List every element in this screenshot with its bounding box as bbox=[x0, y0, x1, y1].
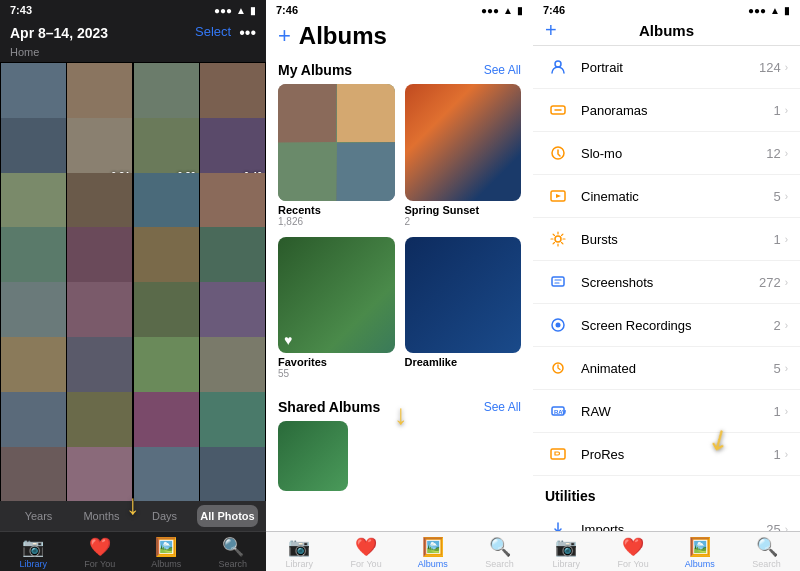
detail-item-raw[interactable]: RAW RAW 1 › bbox=[533, 390, 800, 433]
tab-for-you[interactable]: ❤️ For You bbox=[333, 536, 400, 569]
tab-for-you[interactable]: ❤️ For You bbox=[67, 536, 134, 569]
album-dreamlike-name: Dreamlike bbox=[405, 356, 522, 368]
shared-see-all[interactable]: See All bbox=[484, 400, 521, 414]
tab-albums[interactable]: 🖼️ Albums bbox=[133, 536, 200, 569]
detail-time: 7:46 bbox=[543, 4, 565, 16]
photo-cell[interactable] bbox=[1, 447, 66, 501]
albums-tab-label: Albums bbox=[418, 559, 448, 569]
detail-item-animated[interactable]: Animated 5 › bbox=[533, 347, 800, 390]
photo-cell[interactable] bbox=[67, 447, 132, 501]
signal-icon: ●●● bbox=[748, 5, 766, 16]
more-button[interactable]: ••• bbox=[239, 24, 256, 42]
seg-days[interactable]: Days bbox=[134, 505, 195, 527]
svg-point-4 bbox=[555, 236, 561, 242]
raw-count: 1 bbox=[773, 404, 780, 419]
library-tab-label: Library bbox=[553, 559, 581, 569]
album-favorites[interactable]: ♥ Favorites 55 bbox=[278, 237, 395, 380]
raw-chevron: › bbox=[785, 406, 788, 417]
detail-item-bursts[interactable]: Bursts 1 › bbox=[533, 218, 800, 261]
detail-item-portrait[interactable]: Portrait 124 › bbox=[533, 46, 800, 89]
search-tab-icon: 🔍 bbox=[489, 536, 511, 558]
photo-cell[interactable] bbox=[134, 447, 199, 501]
album-favorites-name: Favorites bbox=[278, 356, 395, 368]
detail-item-prores[interactable]: ProRes 1 › bbox=[533, 433, 800, 476]
tab-library[interactable]: 📷 Library bbox=[533, 536, 600, 569]
tab-library[interactable]: 📷 Library bbox=[266, 536, 333, 569]
for-you-tab-label: For You bbox=[351, 559, 382, 569]
screenshots-chevron: › bbox=[785, 277, 788, 288]
albums-title: Albums bbox=[299, 22, 387, 50]
library-title: Apr 8–14, 2023 bbox=[10, 25, 108, 41]
library-segmented-control: Years Months Days All Photos bbox=[0, 501, 266, 531]
slomo-count: 12 bbox=[766, 146, 780, 161]
for-you-tab-icon: ❤️ bbox=[89, 536, 111, 558]
my-albums-label: My Albums bbox=[278, 62, 352, 78]
tab-search[interactable]: 🔍 Search bbox=[733, 536, 800, 569]
detail-item-cinematic[interactable]: Cinematic 5 › bbox=[533, 175, 800, 218]
favorites-heart-icon: ♥ bbox=[284, 332, 292, 348]
tab-search[interactable]: 🔍 Search bbox=[200, 536, 267, 569]
search-tab-icon: 🔍 bbox=[222, 536, 244, 558]
svg-text:RAW: RAW bbox=[554, 409, 566, 415]
panoramas-label: Panoramas bbox=[581, 103, 773, 118]
screenshots-count: 272 bbox=[759, 275, 781, 290]
photo-cell[interactable] bbox=[200, 447, 265, 501]
seg-months[interactable]: Months bbox=[71, 505, 132, 527]
shared-thumb[interactable] bbox=[278, 421, 348, 491]
raw-label: RAW bbox=[581, 404, 773, 419]
library-status-icons: ●●● ▲ ▮ bbox=[214, 5, 256, 16]
signal-icon: ●●● bbox=[214, 5, 232, 16]
select-button[interactable]: Select bbox=[195, 24, 231, 42]
screen-recordings-count: 2 bbox=[773, 318, 780, 333]
shared-albums-label: Shared Albums bbox=[278, 399, 380, 415]
prores-chevron: › bbox=[785, 449, 788, 460]
tab-for-you[interactable]: ❤️ For You bbox=[600, 536, 667, 569]
seg-all-photos[interactable]: All Photos bbox=[197, 505, 258, 527]
bursts-icon bbox=[545, 226, 571, 252]
albums-tab-bar: 📷 Library ❤️ For You 🖼️ Albums 🔍 Search bbox=[266, 531, 533, 571]
signal-icon: ●●● bbox=[481, 5, 499, 16]
svg-point-0 bbox=[555, 61, 561, 67]
album-recents-name: Recents bbox=[278, 204, 395, 216]
slomo-chevron: › bbox=[785, 148, 788, 159]
photo-grid: 0:34 0:36 0:46 bbox=[0, 62, 266, 501]
detail-item-panoramas[interactable]: Panoramas 1 › bbox=[533, 89, 800, 132]
detail-item-imports[interactable]: Imports 25 › bbox=[533, 508, 800, 531]
detail-scroll[interactable]: Portrait 124 › Panoramas 1 › Slo-m bbox=[533, 46, 800, 531]
detail-item-slomo[interactable]: Slo-mo 12 › bbox=[533, 132, 800, 175]
screen-recordings-icon bbox=[545, 312, 571, 338]
tab-albums[interactable]: 🖼️ Albums bbox=[400, 536, 467, 569]
recents-grid bbox=[278, 84, 395, 201]
album-sunset[interactable]: Spring Sunset 2 bbox=[405, 84, 522, 227]
detail-item-screen-recordings[interactable]: Screen Recordings 2 › bbox=[533, 304, 800, 347]
svg-rect-10 bbox=[551, 449, 565, 459]
albums-scroll[interactable]: My Albums See All Recents 1,826 Spring bbox=[266, 54, 533, 531]
album-dreamlike[interactable]: Dreamlike bbox=[405, 237, 522, 380]
detail-status-bar: 7:46 ●●● ▲ ▮ bbox=[533, 0, 800, 20]
slomo-icon bbox=[545, 140, 571, 166]
detail-item-screenshots[interactable]: Screenshots 272 › bbox=[533, 261, 800, 304]
bursts-label: Bursts bbox=[581, 232, 773, 247]
svg-rect-5 bbox=[552, 277, 564, 286]
tab-search[interactable]: 🔍 Search bbox=[466, 536, 533, 569]
slomo-label: Slo-mo bbox=[581, 146, 766, 161]
bursts-chevron: › bbox=[785, 234, 788, 245]
seg-years[interactable]: Years bbox=[8, 505, 69, 527]
detail-header-row: + Albums bbox=[533, 20, 800, 46]
library-tab-icon: 📷 bbox=[555, 536, 577, 558]
albums-add-button[interactable]: + bbox=[278, 23, 291, 49]
tab-library[interactable]: 📷 Library bbox=[0, 536, 67, 569]
portrait-label: Portrait bbox=[581, 60, 759, 75]
animated-label: Animated bbox=[581, 361, 773, 376]
detail-status-icons: ●●● ▲ ▮ bbox=[748, 5, 790, 16]
detail-add-button[interactable]: + bbox=[545, 19, 557, 42]
tab-albums[interactable]: 🖼️ Albums bbox=[667, 536, 734, 569]
raw-icon: RAW bbox=[545, 398, 571, 424]
panoramas-chevron: › bbox=[785, 105, 788, 116]
album-recents[interactable]: Recents 1,826 bbox=[278, 84, 395, 227]
album-dreamlike-thumbnail bbox=[405, 237, 522, 354]
bursts-count: 1 bbox=[773, 232, 780, 247]
panel-albums: 7:46 ●●● ▲ ▮ + Albums My Albums See All bbox=[266, 0, 533, 571]
library-header: Apr 8–14, 2023 Select ••• bbox=[0, 20, 266, 44]
my-albums-see-all[interactable]: See All bbox=[484, 63, 521, 77]
